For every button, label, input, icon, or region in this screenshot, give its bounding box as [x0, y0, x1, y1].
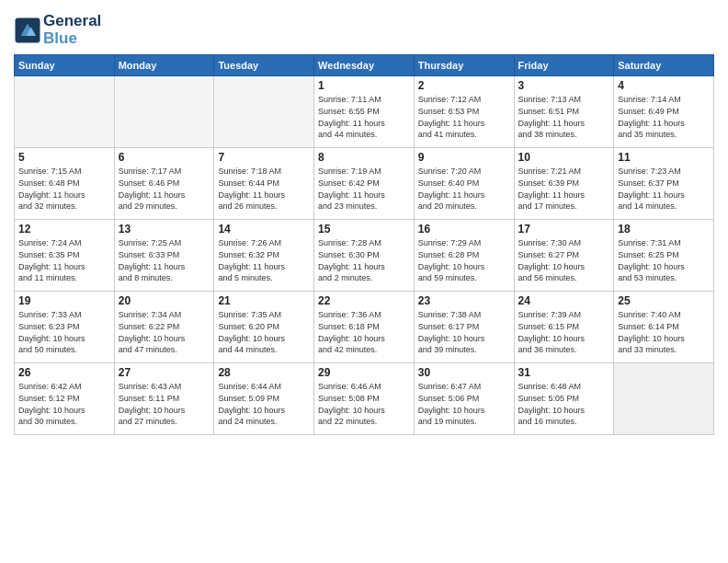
day-info: Sunrise: 7:23 AM Sunset: 6:37 PM Dayligh…: [618, 166, 710, 212]
day-info: Sunrise: 7:21 AM Sunset: 6:39 PM Dayligh…: [518, 166, 610, 212]
day-number: 6: [119, 151, 210, 164]
day-number: 4: [618, 79, 710, 92]
day-info: Sunrise: 7:30 AM Sunset: 6:27 PM Dayligh…: [518, 237, 610, 283]
day-info: Sunrise: 7:17 AM Sunset: 6:46 PM Dayligh…: [119, 166, 210, 212]
day-number: 14: [218, 223, 310, 236]
calendar-cell: 21Sunrise: 7:35 AM Sunset: 6:20 PM Dayli…: [214, 292, 314, 363]
calendar-page: General Blue SundayMondayTuesdayWednesda…: [0, 0, 728, 563]
day-number: 18: [618, 223, 710, 236]
calendar-cell: 5Sunrise: 7:15 AM Sunset: 6:48 PM Daylig…: [15, 148, 115, 220]
day-info: Sunrise: 7:33 AM Sunset: 6:23 PM Dayligh…: [18, 309, 110, 355]
day-number: 29: [318, 366, 410, 379]
calendar-cell: [15, 76, 115, 148]
day-info: Sunrise: 7:11 AM Sunset: 6:55 PM Dayligh…: [318, 94, 410, 140]
day-info: Sunrise: 7:40 AM Sunset: 6:14 PM Dayligh…: [618, 309, 710, 355]
day-number: 24: [518, 294, 610, 307]
day-info: Sunrise: 6:44 AM Sunset: 5:09 PM Dayligh…: [218, 381, 310, 427]
day-number: 17: [518, 223, 610, 236]
day-info: Sunrise: 6:42 AM Sunset: 5:12 PM Dayligh…: [18, 381, 110, 427]
day-info: Sunrise: 7:36 AM Sunset: 6:18 PM Dayligh…: [318, 309, 410, 355]
day-number: 5: [18, 151, 110, 164]
logo-text: General Blue: [43, 13, 101, 47]
day-number: 2: [418, 79, 510, 92]
day-header-sunday: Sunday: [15, 55, 115, 76]
day-number: 19: [18, 294, 110, 307]
calendar-cell: 9Sunrise: 7:20 AM Sunset: 6:40 PM Daylig…: [414, 148, 514, 220]
day-info: Sunrise: 7:35 AM Sunset: 6:20 PM Dayligh…: [218, 309, 310, 355]
day-header-thursday: Thursday: [414, 55, 514, 76]
day-number: 12: [18, 223, 110, 236]
day-info: Sunrise: 6:43 AM Sunset: 5:11 PM Dayligh…: [119, 381, 210, 427]
day-info: Sunrise: 6:48 AM Sunset: 5:05 PM Dayligh…: [518, 381, 610, 427]
day-number: 31: [518, 366, 610, 379]
day-number: 7: [218, 151, 310, 164]
day-info: Sunrise: 7:15 AM Sunset: 6:48 PM Dayligh…: [18, 166, 110, 212]
calendar-cell: 14Sunrise: 7:26 AM Sunset: 6:32 PM Dayli…: [214, 220, 314, 292]
day-info: Sunrise: 7:24 AM Sunset: 6:35 PM Dayligh…: [18, 237, 110, 283]
week-row-4: 19Sunrise: 7:33 AM Sunset: 6:23 PM Dayli…: [15, 292, 714, 363]
day-info: Sunrise: 7:28 AM Sunset: 6:30 PM Dayligh…: [318, 237, 410, 283]
day-header-wednesday: Wednesday: [314, 55, 415, 76]
day-number: 30: [418, 366, 510, 379]
day-number: 1: [318, 79, 410, 92]
day-info: Sunrise: 7:20 AM Sunset: 6:40 PM Dayligh…: [418, 166, 510, 212]
header: General Blue: [14, 9, 714, 47]
day-number: 16: [418, 223, 510, 236]
calendar-cell: 10Sunrise: 7:21 AM Sunset: 6:39 PM Dayli…: [514, 148, 614, 220]
week-row-2: 5Sunrise: 7:15 AM Sunset: 6:48 PM Daylig…: [15, 148, 714, 220]
day-number: 20: [119, 294, 210, 307]
calendar-cell: [614, 363, 714, 435]
calendar-cell: 23Sunrise: 7:38 AM Sunset: 6:17 PM Dayli…: [414, 292, 514, 363]
calendar-cell: 25Sunrise: 7:40 AM Sunset: 6:14 PM Dayli…: [614, 292, 714, 363]
calendar-cell: 4Sunrise: 7:14 AM Sunset: 6:49 PM Daylig…: [614, 76, 714, 148]
day-number: 8: [318, 151, 410, 164]
logo-icon: [14, 17, 41, 44]
day-info: Sunrise: 7:34 AM Sunset: 6:22 PM Dayligh…: [119, 309, 210, 355]
day-info: Sunrise: 7:25 AM Sunset: 6:33 PM Dayligh…: [119, 237, 210, 283]
calendar-cell: 26Sunrise: 6:42 AM Sunset: 5:12 PM Dayli…: [15, 363, 115, 435]
calendar-cell: 3Sunrise: 7:13 AM Sunset: 6:51 PM Daylig…: [514, 76, 614, 148]
day-info: Sunrise: 7:31 AM Sunset: 6:25 PM Dayligh…: [618, 237, 710, 283]
calendar-cell: 31Sunrise: 6:48 AM Sunset: 5:05 PM Dayli…: [514, 363, 614, 435]
day-info: Sunrise: 7:26 AM Sunset: 6:32 PM Dayligh…: [218, 237, 310, 283]
calendar-header-row: SundayMondayTuesdayWednesdayThursdayFrid…: [15, 55, 714, 76]
day-number: 25: [618, 294, 710, 307]
day-number: 15: [318, 223, 410, 236]
calendar-cell: 22Sunrise: 7:36 AM Sunset: 6:18 PM Dayli…: [314, 292, 415, 363]
day-number: 22: [318, 294, 410, 307]
day-header-tuesday: Tuesday: [214, 55, 314, 76]
calendar-cell: 19Sunrise: 7:33 AM Sunset: 6:23 PM Dayli…: [15, 292, 115, 363]
week-row-1: 1Sunrise: 7:11 AM Sunset: 6:55 PM Daylig…: [15, 76, 714, 148]
day-number: 3: [518, 79, 610, 92]
calendar-cell: 13Sunrise: 7:25 AM Sunset: 6:33 PM Dayli…: [114, 220, 214, 292]
calendar-cell: 11Sunrise: 7:23 AM Sunset: 6:37 PM Dayli…: [614, 148, 714, 220]
day-info: Sunrise: 7:13 AM Sunset: 6:51 PM Dayligh…: [518, 94, 610, 140]
day-header-saturday: Saturday: [614, 55, 714, 76]
week-row-5: 26Sunrise: 6:42 AM Sunset: 5:12 PM Dayli…: [15, 363, 714, 435]
calendar-cell: 7Sunrise: 7:18 AM Sunset: 6:44 PM Daylig…: [214, 148, 314, 220]
calendar-cell: 24Sunrise: 7:39 AM Sunset: 6:15 PM Dayli…: [514, 292, 614, 363]
calendar-cell: [214, 76, 314, 148]
calendar-cell: 18Sunrise: 7:31 AM Sunset: 6:25 PM Dayli…: [614, 220, 714, 292]
day-number: 9: [418, 151, 510, 164]
day-info: Sunrise: 7:39 AM Sunset: 6:15 PM Dayligh…: [518, 309, 610, 355]
calendar-cell: 29Sunrise: 6:46 AM Sunset: 5:08 PM Dayli…: [314, 363, 415, 435]
calendar-cell: 28Sunrise: 6:44 AM Sunset: 5:09 PM Dayli…: [214, 363, 314, 435]
calendar-cell: 30Sunrise: 6:47 AM Sunset: 5:06 PM Dayli…: [414, 363, 514, 435]
logo: General Blue: [14, 13, 101, 47]
day-info: Sunrise: 7:29 AM Sunset: 6:28 PM Dayligh…: [418, 237, 510, 283]
calendar-cell: 15Sunrise: 7:28 AM Sunset: 6:30 PM Dayli…: [314, 220, 415, 292]
day-info: Sunrise: 6:46 AM Sunset: 5:08 PM Dayligh…: [318, 381, 410, 427]
day-header-friday: Friday: [514, 55, 614, 76]
day-number: 23: [418, 294, 510, 307]
calendar-cell: 20Sunrise: 7:34 AM Sunset: 6:22 PM Dayli…: [114, 292, 214, 363]
day-number: 13: [119, 223, 210, 236]
calendar-cell: [114, 76, 214, 148]
calendar-cell: 17Sunrise: 7:30 AM Sunset: 6:27 PM Dayli…: [514, 220, 614, 292]
day-info: Sunrise: 7:38 AM Sunset: 6:17 PM Dayligh…: [418, 309, 510, 355]
day-header-monday: Monday: [114, 55, 214, 76]
calendar-cell: 2Sunrise: 7:12 AM Sunset: 6:53 PM Daylig…: [414, 76, 514, 148]
calendar-cell: 6Sunrise: 7:17 AM Sunset: 6:46 PM Daylig…: [114, 148, 214, 220]
day-info: Sunrise: 6:47 AM Sunset: 5:06 PM Dayligh…: [418, 381, 510, 427]
day-number: 26: [18, 366, 110, 379]
